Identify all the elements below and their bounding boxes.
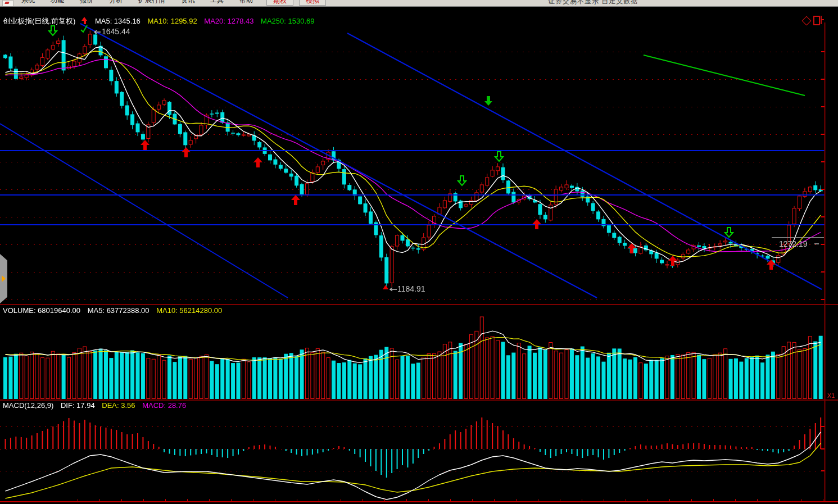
- volume-header: VOLUME: 68019640.00 MA5: 63772388.00 MA1…: [3, 306, 227, 315]
- ref-price-label: 1272.19: [779, 239, 808, 248]
- expand-arrow-icon: [2, 275, 6, 282]
- dea-value: DEA: 3.56: [102, 401, 135, 410]
- chart-canvas[interactable]: [0, 0, 838, 504]
- main-chart-header: 创业板指(日线.前复权) MA5: 1345.16 MA10: 1295.92 …: [3, 16, 320, 26]
- high-price-label: 1645.44: [102, 27, 130, 36]
- ma250-value: MA250: 1530.69: [261, 17, 314, 25]
- ma20-value: MA20: 1278.43: [204, 17, 253, 25]
- red-up-arrow-icon: [81, 17, 88, 24]
- volume-value: VOLUME: 68019640.00: [3, 306, 80, 315]
- split-window-icon[interactable]: [813, 16, 824, 24]
- macd-value: MACD: 28.76: [142, 401, 186, 410]
- vol-ma10-value: MA10: 56214280.00: [156, 306, 222, 315]
- chart-title: 创业板指(日线.前复权): [3, 17, 75, 25]
- scale-indicator: X1: [827, 392, 835, 399]
- sidebar-handle[interactable]: [0, 254, 7, 303]
- trading-terminal-window: 系统 功能 报价 分析 扩展行情 资讯 工具 帮助 期权 模拟 证券交易不显示 …: [0, 0, 838, 504]
- dif-value: DIF: 17.94: [61, 401, 95, 410]
- vol-ma5-value: MA5: 63772388.00: [88, 306, 150, 315]
- macd-header: MACD(12,26,9) DIF: 17.94 DEA: 3.56 MACD:…: [3, 401, 191, 410]
- ma5-value: MA5: 1345.16: [95, 17, 141, 25]
- ma10-value: MA10: 1295.92: [147, 17, 197, 25]
- macd-title: MACD(12,26,9): [3, 401, 53, 410]
- low-price-label: 1184.91: [397, 284, 425, 293]
